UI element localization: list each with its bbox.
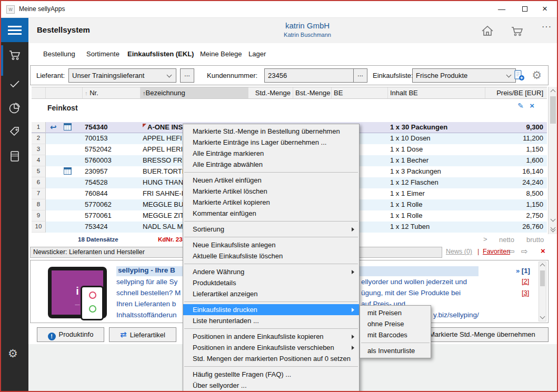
news-page-current: » [1] [516,267,530,275]
menu-item-positionen-kopieren[interactable]: Positionen in andere Einkaufsliste kopie… [183,331,359,342]
menu-item[interactable]: Häufig gestellte Fragen (FAQ) ... [183,369,359,380]
menu-item[interactable]: Über sellyorder ... [183,380,359,391]
row-number: 1 [32,122,46,133]
minimize-button[interactable]: — [493,1,511,18]
submenu-item-mit-barcodes[interactable]: mit Barcodes [360,329,431,340]
add-list-button[interactable] [513,69,525,81]
scroll-up-icon[interactable] [540,264,545,269]
sidebar-item-statistics[interactable] [8,101,22,115]
menu-item-sortierung[interactable]: Sortierung [183,224,359,235]
favoriten-tab[interactable]: Favoriten [483,248,510,255]
menu-item[interactable]: Markierte Einträge ins Lager übernehmen … [183,137,359,148]
list-settings-gear-icon[interactable]: ⚙ [532,69,542,82]
submenu-arrow-icon [352,227,354,232]
brutto-toggle[interactable]: brutto [526,236,544,244]
submenu-item-mit-preisen[interactable]: mit Preisen [360,307,431,318]
menu-item[interactable]: Markierte Std.-Menge in Bestellung übern… [183,126,359,137]
menu-item[interactable]: Neuen Artikel einfügen [183,175,359,186]
column-preis[interactable]: Preis/BE [EUR] [485,87,545,98]
kundennummer-dropdown[interactable]: 23456 [264,68,366,83]
scroll-down-icon[interactable] [540,314,545,319]
column-nr[interactable]: ↑ Nr. [83,87,141,98]
inhalt-be: 1 x 30 Packungen [388,122,485,133]
scroll-down-icon[interactable] [551,217,556,222]
menu-item[interactable]: Lieferartikel anzeigen [183,288,359,299]
news-prev-icon[interactable]: ⇦ [508,247,515,256]
phone-image [81,286,104,320]
column-gutter [32,87,46,98]
menu-item[interactable]: Aktuelle Einkaufsliste löschen [183,250,359,262]
produktinfo-button[interactable]: !Produktinfo [37,327,104,342]
menu-item[interactable]: Markierte Artikel löschen [183,186,359,197]
lieferant-dropdown[interactable]: Unser Trainingslieferant [68,68,176,83]
hscroll-right-icon[interactable]: > [483,235,487,243]
lieferant-label: Lieferant: [36,72,65,79]
kundennummer-browse-button[interactable]: ... [353,68,367,83]
account-block: katrin GmbH Katrin Buschmann [228,21,386,38]
submenu-item-ohne-preise[interactable]: ohne Preise [360,318,431,329]
column-bst-menge[interactable]: Bst.-Menge [293,87,332,98]
chevron-down-icon [167,73,172,78]
uebernehmen-button[interactable]: Markierte Std.-Menge übernehmen [416,327,549,342]
menu-item[interactable]: Std. Mengen der markierten Positionen au… [183,353,359,364]
tab-sortimente[interactable]: Sortimente [86,50,119,58]
more-options-button[interactable]: ··· [542,22,552,32]
tab-lager[interactable]: Lager [248,50,266,58]
window-title: Meine sellyApps [19,5,65,13]
sidebar-item-cart[interactable] [8,48,22,62]
sidebar-item-offers[interactable] [8,125,22,139]
lieferant-browse-button[interactable]: ... [180,68,194,83]
einkaufsliste-dropdown[interactable]: Frische Produkte [412,68,516,83]
group-row-feinkost[interactable]: Feinkost ✎ × [32,99,547,122]
menu-item-einkaufsliste-drucken[interactable]: Einkaufsliste drucken [183,304,359,315]
tag-icon [8,125,22,139]
menu-item[interactable]: Produktdetails [183,277,359,288]
submenu-item-als-inventurliste[interactable]: als Inventurliste [360,345,431,356]
menu-item[interactable]: Alle Einträge abwählen [183,159,359,170]
column-bezeichnung[interactable]: ↑Bezeichnung [141,87,248,98]
news-next-icon[interactable]: ⇨ [521,247,528,256]
sidebar-item-check[interactable] [8,77,22,91]
menu-item[interactable]: Kommentar einfügen [183,208,359,219]
column-be[interactable]: BE [332,87,388,98]
close-newsticker-icon[interactable]: × [541,246,545,255]
menu-item[interactable]: Neue Einkaufsliste anlegen [183,239,359,250]
news-tab[interactable]: News (0) [446,248,472,255]
table-scrollbar[interactable] [548,87,557,234]
menu-item[interactable]: Markierte Artikel kopieren [183,197,359,208]
close-button[interactable]: × [536,1,554,18]
netto-toggle[interactable]: netto [499,236,514,244]
info-icon: ! [48,333,56,340]
tab-meine-belege[interactable]: Meine Belege [200,50,242,58]
news-scrollbar[interactable] [539,262,546,321]
sidebar-item-catalog[interactable] [8,149,22,163]
note-marker-icon [143,124,146,127]
column-std-menge[interactable]: Std.-Menge [248,87,293,98]
edit-group-icon[interactable]: ✎ [517,102,524,110]
menu-item-andere-waehrung[interactable]: Andere Währung [183,266,359,277]
menu-item-positionen-verschieben[interactable]: Positionen in andere Einkaufsliste versc… [183,342,359,353]
collapse-group-icon[interactable]: × [530,101,534,110]
home-button[interactable] [480,24,495,38]
article-number: 754340 [83,122,141,133]
scrollbar-thumb[interactable] [550,96,556,124]
lieferartikel-button[interactable]: ⇄Lieferartikel [109,327,176,342]
column-inhalt-be[interactable]: Inhalt BE [388,87,485,98]
sidebar: ⚙ [1,18,28,392]
news-page-3-link[interactable]: [3] [522,289,529,297]
submenu-arrow-icon [352,335,354,339]
tab-einkaufslisten[interactable]: Einkaufslisten (EKL) [127,50,194,58]
sort-asc-icon: ↑ [85,90,88,96]
tab-bestellung[interactable]: Bestellung [43,50,75,58]
hamburger-menu-button[interactable] [1,18,28,42]
menu-item[interactable]: Liste herunterladen ... [183,315,359,326]
titlebar: w Meine sellyApps — × [1,1,557,18]
kundennummer-label: Kundennummer: [207,72,257,79]
pie-chart-icon [8,101,22,115]
cart-button[interactable] [510,24,524,38]
maximize-button[interactable] [516,1,534,18]
menu-item[interactable]: Alle Einträge markieren [183,148,359,159]
news-page-2-link[interactable]: [2] [522,277,529,285]
settings-gear-icon[interactable]: ⚙ [8,347,18,360]
scroll-up-icon[interactable] [551,89,556,95]
